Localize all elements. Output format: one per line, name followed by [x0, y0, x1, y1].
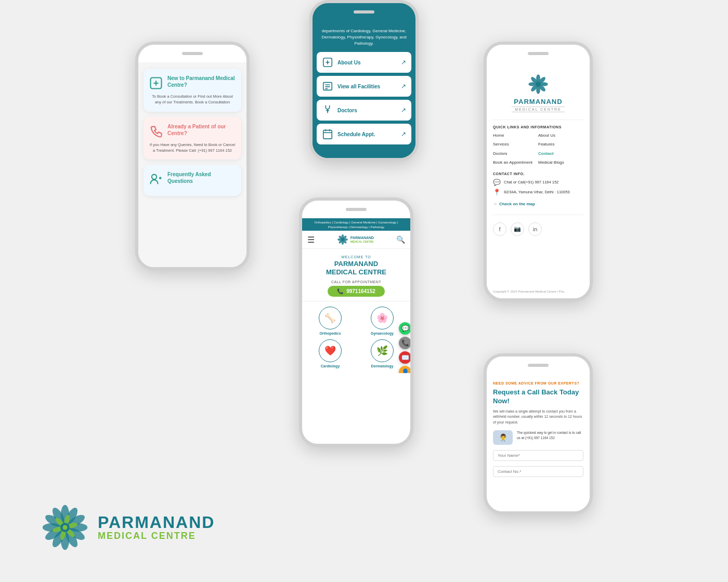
menu-schedule[interactable]: Schedule Appt. ↗ — [317, 124, 411, 144]
whatsapp-fab[interactable]: 💬 — [399, 322, 410, 335]
instagram-icon[interactable]: 📷 — [511, 222, 524, 236]
cardiology-icon: ❤️ — [324, 345, 336, 356]
menu-doctors[interactable]: Doctors ↗ — [317, 100, 411, 121]
about-us-label: About Us — [337, 60, 360, 65]
contact-info-title: CONTACT INFO. — [493, 172, 583, 176]
arrow-icon: → — [493, 202, 497, 206]
brand-logo-section: PARMANAND MEDICAL CENTRE — [42, 504, 215, 551]
schedule-icon — [322, 128, 333, 140]
phone4-brand-name: PARMANAND — [514, 98, 562, 105]
link-services[interactable]: Services — [493, 141, 538, 148]
svg-point-23 — [341, 238, 344, 241]
quick-links-grid: Home About Us Services Features Doctors … — [493, 132, 583, 167]
copyright-text: Copyright © 2024 Parmanand Medical Centr… — [493, 290, 583, 293]
brand-logo-icon — [42, 504, 88, 551]
quick-links-title: QUICK LINKS AND INFORMATIONS — [493, 125, 583, 129]
contact-phone-icon: 💬 — [493, 179, 501, 186]
dermatology-icon: 🌿 — [376, 345, 388, 356]
link-contact[interactable]: Contact — [538, 150, 583, 157]
doctors-label: Doctors — [337, 108, 357, 113]
brand-sub-text: MEDICAL CENTRE — [98, 531, 215, 541]
svg-point-3 — [152, 175, 157, 179]
link-doctors[interactable]: Doctors — [493, 150, 538, 157]
facebook-icon[interactable]: f — [493, 222, 506, 236]
facilities-arrow: ↗ — [401, 83, 406, 90]
phone-4: PARMANAND MEDICAL CENTRE QUICK LINKS AND… — [484, 42, 593, 301]
phone-2: departments of Cardiology, General Medic… — [309, 0, 419, 161]
contact-phone-text: Chat or Call(+91) 997 1164 152 — [504, 180, 558, 184]
call-button[interactable]: 📞 9971164152 — [328, 286, 385, 297]
new-patient-title: New to Parmanand Medical Centre? — [167, 75, 236, 88]
doctors-avatar: 👨‍⚕️ — [493, 430, 513, 445]
phone-5: NEED SOME ADVICE FROM OUR EXPERTS? Reque… — [484, 353, 593, 514]
orthopedics-icon: 🦴 — [324, 312, 336, 324]
floating-action-buttons: 💬 📞 ✉️ 👤 — [399, 322, 410, 373]
new-patient-icon — [149, 76, 163, 90]
link-book[interactable]: Book an Appointment — [493, 159, 538, 166]
menu-facilities[interactable]: View all Facilities ↗ — [317, 76, 411, 97]
call-fab[interactable]: 📞 — [399, 337, 410, 349]
specialty-orthopedics[interactable]: 🦴 Orthopedics — [306, 307, 354, 335]
menu-about-us[interactable]: About Us ↗ — [317, 52, 411, 73]
map-link[interactable]: → Check on the map — [493, 202, 583, 206]
phone3-topbar: Orthopedics | Cardiology | General Medic… — [302, 218, 410, 231]
quote-text: The quickest way to get in contact is to… — [517, 430, 583, 441]
phone3-nav: ☰ PARMANAND — [302, 231, 410, 249]
nav-logo-icon — [337, 234, 348, 245]
cardiology-label: Cardiology — [321, 364, 340, 368]
phone4-logo-icon — [527, 73, 550, 96]
brand-name-text: PARMANAND — [98, 514, 215, 531]
phone-icon-btn: 📞 — [337, 288, 343, 294]
link-about[interactable]: About Us — [538, 132, 583, 139]
phone-1: New to Parmanand Medical Centre? To Book… — [135, 42, 250, 270]
specialties-grid: 🦴 Orthopedics 🌸 Gynaecology ❤️ Cardiolog… — [302, 301, 410, 373]
svg-rect-11 — [323, 130, 332, 139]
phone-3: Orthopedics | Cardiology | General Medic… — [299, 197, 413, 447]
callback-desc: We will make a single attempt to contact… — [493, 409, 583, 426]
about-us-icon — [322, 57, 333, 68]
faq-icon — [149, 172, 163, 187]
dermatology-label: Dermatology — [371, 364, 394, 368]
nav-brand: PARMANAND MEDICAL CENTRE — [350, 236, 374, 243]
need-advice-label: NEED SOME ADVICE FROM OUR EXPERTS? — [493, 381, 583, 385]
testimonial-row: 👨‍⚕️ The quickest way to get in contact … — [493, 430, 583, 445]
contact-address-row: 📍 82/34A, Yamuna Vihar, Delhi : 110053 — [493, 189, 583, 196]
doctors-icon — [322, 104, 333, 116]
existing-patient-card[interactable]: Already a Patient of our Centre? If you … — [144, 117, 241, 160]
svg-point-52 — [63, 525, 68, 530]
search-icon[interactable]: 🔍 — [396, 235, 405, 244]
existing-patient-body: If you Have any Queries, Need to Book or… — [149, 142, 236, 154]
phone4-brand-sub: MEDICAL CENTRE — [512, 107, 565, 112]
divider — [493, 215, 583, 215]
request-callback-heading: Request a Call Back Today Now! — [493, 388, 583, 406]
link-features[interactable]: Features — [538, 141, 583, 148]
existing-patient-title: Already a Patient of our Centre? — [167, 123, 236, 137]
name-input[interactable] — [493, 450, 583, 461]
schedule-arrow: ↗ — [401, 130, 406, 138]
social-icons-row: f 📷 in — [493, 222, 583, 236]
location-icon: 📍 — [493, 189, 501, 196]
svg-point-32 — [536, 82, 541, 87]
email-fab[interactable]: ✉️ — [399, 351, 410, 364]
specialty-cardiology[interactable]: ❤️ Cardiology — [306, 339, 354, 368]
contact-phone-row: 💬 Chat or Call(+91) 997 1164 152 — [493, 179, 583, 186]
hero-title: PARMANANDMEDICAL CENTRE — [306, 260, 406, 276]
contact-input[interactable] — [493, 466, 583, 477]
about-us-arrow: ↗ — [401, 59, 406, 66]
new-patient-body: To Book a Consultation or Find out More … — [149, 94, 236, 105]
welcome-text: WELCOME TO — [306, 255, 406, 259]
phone4-logo-area: PARMANAND MEDICAL CENTRE — [493, 68, 583, 120]
link-home[interactable]: Home — [493, 132, 538, 139]
link-blogs[interactable]: Medical Blogs — [538, 159, 583, 166]
new-patient-card[interactable]: New to Parmanand Medical Centre? To Book… — [144, 69, 241, 112]
hamburger-icon[interactable]: ☰ — [307, 235, 315, 245]
facilities-icon — [322, 81, 333, 92]
doctors-arrow: ↗ — [401, 107, 406, 114]
faq-card[interactable]: Frequently Asked Questions — [144, 165, 241, 196]
gynaecology-label: Gynaecology — [371, 332, 394, 335]
user-fab[interactable]: 👤 — [399, 366, 410, 373]
linkedin-icon[interactable]: in — [528, 222, 542, 236]
cta-label: CALL FOR APPOINTMENT — [306, 280, 406, 284]
faq-title: Frequently Asked Questions — [167, 171, 236, 184]
schedule-label: Schedule Appt. — [337, 131, 375, 137]
